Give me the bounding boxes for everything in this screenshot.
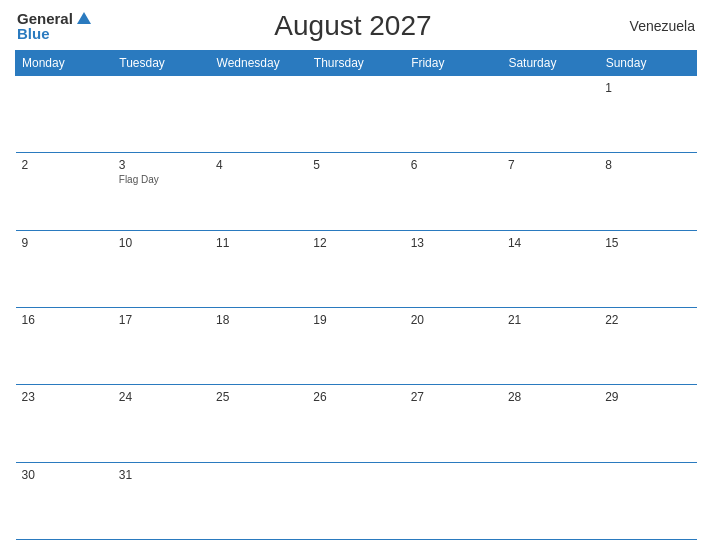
calendar-week-1: 23Flag Day45678 (16, 153, 697, 230)
weekday-header-sunday: Sunday (599, 51, 696, 76)
weekday-header-saturday: Saturday (502, 51, 599, 76)
calendar-header-row: MondayTuesdayWednesdayThursdayFridaySatu… (16, 51, 697, 76)
calendar-cell (502, 462, 599, 539)
day-number: 22 (605, 313, 690, 327)
calendar-cell: 7 (502, 153, 599, 230)
calendar-cell: 25 (210, 385, 307, 462)
day-number: 5 (313, 158, 398, 172)
calendar-cell: 11 (210, 230, 307, 307)
day-number: 8 (605, 158, 690, 172)
calendar-cell: 19 (307, 307, 404, 384)
calendar-cell: 22 (599, 307, 696, 384)
calendar-cell (113, 76, 210, 153)
weekday-header-friday: Friday (405, 51, 502, 76)
calendar-week-2: 9101112131415 (16, 230, 697, 307)
calendar-table: MondayTuesdayWednesdayThursdayFridaySatu… (15, 50, 697, 540)
calendar-cell: 6 (405, 153, 502, 230)
calendar-cell: 31 (113, 462, 210, 539)
calendar-cell (307, 462, 404, 539)
day-number: 18 (216, 313, 301, 327)
logo: General Blue (17, 11, 91, 41)
holiday-label: Flag Day (119, 174, 204, 185)
day-number: 19 (313, 313, 398, 327)
calendar-cell: 23 (16, 385, 113, 462)
calendar-body: 123Flag Day45678910111213141516171819202… (16, 76, 697, 540)
calendar-cell: 4 (210, 153, 307, 230)
calendar-cell: 3Flag Day (113, 153, 210, 230)
day-number: 14 (508, 236, 593, 250)
logo-blue-text: Blue (17, 26, 91, 41)
calendar-cell: 17 (113, 307, 210, 384)
day-number: 31 (119, 468, 204, 482)
day-number: 13 (411, 236, 496, 250)
calendar-week-3: 16171819202122 (16, 307, 697, 384)
calendar-cell: 1 (599, 76, 696, 153)
calendar-cell: 29 (599, 385, 696, 462)
day-number: 21 (508, 313, 593, 327)
day-number: 26 (313, 390, 398, 404)
logo-general-text: General (17, 11, 73, 26)
day-number: 27 (411, 390, 496, 404)
calendar-cell: 18 (210, 307, 307, 384)
calendar-cell: 27 (405, 385, 502, 462)
calendar-cell (405, 76, 502, 153)
country-label: Venezuela (615, 18, 695, 34)
weekday-header-wednesday: Wednesday (210, 51, 307, 76)
day-number: 25 (216, 390, 301, 404)
calendar-cell: 26 (307, 385, 404, 462)
weekday-header-thursday: Thursday (307, 51, 404, 76)
day-number: 12 (313, 236, 398, 250)
month-title: August 2027 (274, 10, 431, 42)
calendar-week-0: 1 (16, 76, 697, 153)
calendar-cell: 15 (599, 230, 696, 307)
calendar-cell: 5 (307, 153, 404, 230)
day-number: 9 (22, 236, 107, 250)
calendar-cell: 13 (405, 230, 502, 307)
day-number: 24 (119, 390, 204, 404)
calendar-cell (16, 76, 113, 153)
day-number: 20 (411, 313, 496, 327)
day-number: 3 (119, 158, 204, 172)
calendar-cell: 28 (502, 385, 599, 462)
weekday-header-monday: Monday (16, 51, 113, 76)
calendar-week-5: 3031 (16, 462, 697, 539)
day-number: 1 (605, 81, 690, 95)
day-number: 29 (605, 390, 690, 404)
calendar-cell (210, 76, 307, 153)
day-number: 4 (216, 158, 301, 172)
day-number: 23 (22, 390, 107, 404)
day-number: 16 (22, 313, 107, 327)
calendar-cell: 2 (16, 153, 113, 230)
day-number: 2 (22, 158, 107, 172)
calendar-cell: 30 (16, 462, 113, 539)
weekday-header-row: MondayTuesdayWednesdayThursdayFridaySatu… (16, 51, 697, 76)
day-number: 7 (508, 158, 593, 172)
day-number: 11 (216, 236, 301, 250)
calendar-cell: 9 (16, 230, 113, 307)
calendar-week-4: 23242526272829 (16, 385, 697, 462)
calendar-cell (210, 462, 307, 539)
weekday-header-tuesday: Tuesday (113, 51, 210, 76)
calendar-cell: 24 (113, 385, 210, 462)
calendar-header: General Blue August 2027 Venezuela (15, 10, 697, 42)
logo-triangle-icon (77, 12, 91, 24)
day-number: 28 (508, 390, 593, 404)
calendar-cell: 20 (405, 307, 502, 384)
day-number: 30 (22, 468, 107, 482)
calendar-cell (405, 462, 502, 539)
calendar-cell (307, 76, 404, 153)
calendar-cell (599, 462, 696, 539)
day-number: 17 (119, 313, 204, 327)
calendar-cell (502, 76, 599, 153)
calendar-cell: 14 (502, 230, 599, 307)
day-number: 15 (605, 236, 690, 250)
calendar-cell: 10 (113, 230, 210, 307)
calendar-cell: 8 (599, 153, 696, 230)
day-number: 10 (119, 236, 204, 250)
calendar-cell: 12 (307, 230, 404, 307)
day-number: 6 (411, 158, 496, 172)
calendar-cell: 16 (16, 307, 113, 384)
calendar-cell: 21 (502, 307, 599, 384)
calendar-wrapper: General Blue August 2027 Venezuela Monda… (0, 0, 712, 550)
